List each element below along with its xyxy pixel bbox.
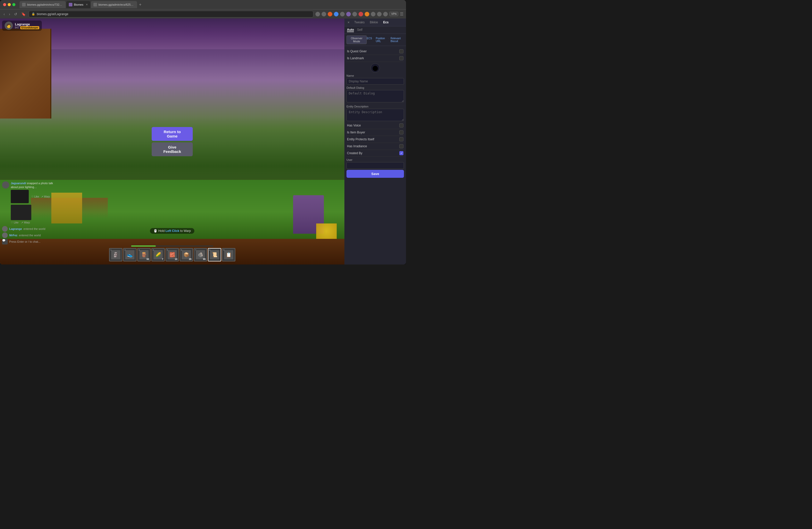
slot-count-7: 99 [203,258,206,260]
warp-action-1[interactable]: ↗ Warp [41,195,50,198]
close-panel-button[interactable]: × [346,20,351,24]
vpn-badge[interactable]: VPN [389,12,398,16]
second-photo-actions: ♡ Like ↗ Warp [11,221,59,224]
like-action-2[interactable]: ♡ Like [11,221,18,224]
close-window-btn[interactable] [3,3,6,6]
position-url-link[interactable]: Position URL [376,37,387,43]
user-input[interactable]: Lagrange [346,162,404,169]
like-action-1[interactable]: ♡ Like [31,195,39,198]
hotbar-slot-2[interactable]: 2 👟 [123,248,136,261]
warp-action-2[interactable]: ↗ Warp [21,221,30,224]
ext-icon-9[interactable] [365,12,369,16]
mode-tabs: Auto Self [344,26,406,34]
panel-tab-bikkie[interactable]: Bikkie [368,20,380,25]
save-button[interactable]: Save [346,170,404,178]
menu-button[interactable]: ☰ [400,12,403,16]
ecs-link[interactable]: ECS [367,37,372,43]
is-quest-giver-checkbox[interactable] [399,49,403,53]
chat-panel: Jaguarundi snapped a photo talk about po… [2,181,59,245]
browser-extension-icons: VPN ☰ [315,12,403,16]
chat-icon: 💬 [2,239,8,245]
sys-msg-2: entered the world [19,234,41,237]
is-landmark-checkbox[interactable] [399,56,403,60]
sys-username-2: MrFez [9,234,17,237]
hotbar-slot-5[interactable]: 5 🧱 10 [165,248,179,261]
ecs-links: ECS · Position URL · Relevant Biscuit [367,37,404,43]
has-irradiance-checkbox[interactable] [399,144,403,148]
hotbar-slot-7[interactable]: 7 🪨 99 [194,248,207,261]
tab-icon-3 [93,3,97,6]
address-bar[interactable]: 🔒 biomes.gg/at/Lagrange [29,11,313,17]
ext-icon-1[interactable] [315,12,320,16]
ecs-sep-2: · [388,37,389,43]
player-avatar: 🧑 [5,21,13,30]
is-item-buyer-row: Is Item Buyer [346,129,404,136]
slot-num-9: 9 [223,249,224,251]
back-button[interactable]: ‹ [3,12,6,17]
right-panel: × Tweaks Bikkie Ecs Auto Self Observer M… [344,18,406,265]
observer-mode-button[interactable]: Observer Mode [346,35,367,44]
has-voice-label: Has Voice [347,124,361,127]
mode-tab-auto[interactable]: Auto [347,28,354,32]
slot-count-6: 29 [189,258,191,260]
panel-tab-tweaks[interactable]: Tweaks [353,20,366,25]
hotbar-slot-6[interactable]: 6 📦 29 [180,248,193,261]
has-voice-checkbox[interactable] [399,123,403,128]
tab-biomes[interactable]: Biomes × [66,1,90,8]
entity-icon: ⬤ [371,63,380,73]
ext-icon-4[interactable] [334,12,338,16]
tab-ecs-2[interactable]: biomes.gg/admin/ecs/6250118372... [91,1,137,8]
ext-icon-12[interactable] [383,12,388,16]
entity-description-section: Entity Description [346,105,404,122]
system-msg-mrfez: MrFez entered the world [2,232,59,238]
bookmark-button[interactable]: 🔖 [20,12,27,17]
panel-tab-ecs[interactable]: Ecs [382,20,390,25]
give-feedback-button[interactable]: Give Feedback [152,142,193,156]
main-area: 🧑 Lagrange 847 Groundskeeper Return to G… [0,18,406,265]
forward-button[interactable]: › [8,12,11,17]
ext-icon-7[interactable] [352,12,357,16]
is-quest-giver-row: Is Quest Giver [346,48,404,55]
ext-icon-5[interactable] [340,12,345,16]
entity-description-input[interactable] [346,109,404,121]
created-by-checkbox[interactable]: ✓ [399,151,403,155]
tab-label-2: Biomes [74,3,83,6]
ext-icon-10[interactable] [371,12,375,16]
relevant-biscuit-link[interactable]: Relevant Biscuit [391,37,404,43]
new-tab-button[interactable]: + [137,2,143,8]
mode-tab-self[interactable]: Self [357,28,362,32]
return-to-game-button[interactable]: Return to Game [152,127,193,141]
user-field-label: User [346,158,404,161]
slot-num-5: 5 [167,249,168,251]
ext-icon-2[interactable] [322,12,326,16]
entity-protects-checkbox[interactable] [399,137,403,141]
reload-button[interactable]: ↺ [13,12,18,17]
slot-num-4: 4 [153,249,154,251]
is-item-buyer-checkbox[interactable] [399,130,403,134]
ext-icon-8[interactable] [359,12,363,16]
default-dialog-label: Default Dialog [346,86,404,89]
panel-form-content: Is Quest Giver Is Landmark ⬤ Name [344,46,406,265]
hotbar-slot-3[interactable]: 3 🪵 93 [137,248,151,261]
hotbar-slot-1[interactable]: 1 🗿 [109,248,122,261]
hotbar-slot-8[interactable]: 8 📜 [208,248,221,261]
chat-username: Jaguarundi [11,182,26,185]
name-input[interactable] [346,78,404,85]
created-by-label: Created By [347,151,362,155]
checkmark-icon: ✓ [400,152,403,155]
slot-num-8: 8 [209,249,210,251]
tab-close-btn[interactable]: × [86,3,88,6]
hotbar-slot-4[interactable]: 4 🌽 7 [151,248,165,261]
player-avatar-emoji: 🧑 [6,23,11,28]
slot-inner-8: 📜 [210,250,219,259]
observer-bar: Observer Mode ECS · Position URL · Relev… [344,34,406,46]
hotbar-slot-9[interactable]: 9 📋 [222,248,235,261]
tab-ecs-1[interactable]: biomes.gg/admin/ecs/7324196986 [19,1,66,8]
has-irradiance-label: Has Irradiance [347,144,367,148]
ext-icon-6[interactable] [346,12,351,16]
minimize-window-btn[interactable] [8,3,11,6]
ext-icon-3[interactable] [328,12,332,16]
default-dialog-input[interactable] [346,90,404,102]
ext-icon-11[interactable] [377,12,382,16]
maximize-window-btn[interactable] [12,3,15,6]
